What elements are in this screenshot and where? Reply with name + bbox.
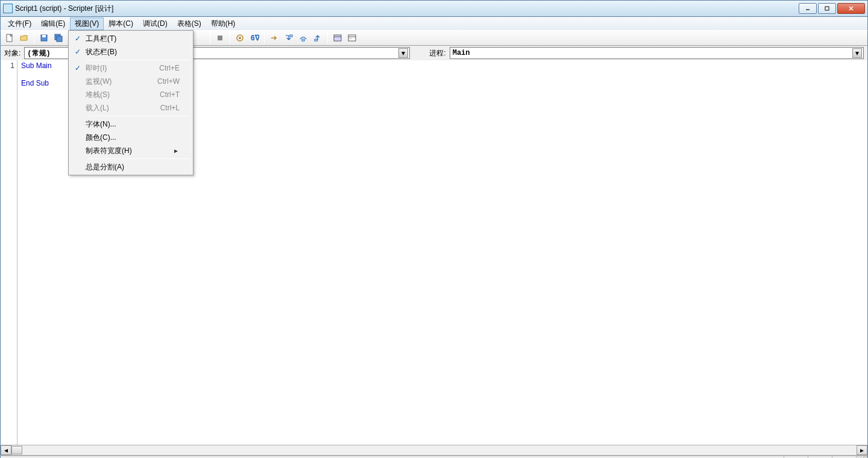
titlebar: Script1 (script) - Scripter [设计] bbox=[0, 0, 868, 17]
menu-item-statusbar[interactable]: ✓ 状态栏(B) bbox=[70, 45, 192, 58]
maximize-button[interactable] bbox=[818, 3, 836, 14]
svg-text:6ᐁ: 6ᐁ bbox=[251, 34, 259, 42]
svg-rect-17 bbox=[315, 39, 317, 41]
menu-debug[interactable]: 调试(D) bbox=[138, 17, 172, 30]
menu-separator bbox=[87, 116, 190, 116]
menu-item-font[interactable]: 字体(N)... bbox=[70, 118, 192, 131]
check-icon: ✓ bbox=[70, 48, 86, 56]
breakpoint-icon[interactable] bbox=[233, 31, 247, 45]
scroll-left-icon[interactable]: ◂ bbox=[1, 445, 11, 455]
menu-separator bbox=[87, 158, 190, 159]
line-gutter: 1 bbox=[1, 60, 17, 445]
chevron-down-icon[interactable]: ▾ bbox=[852, 48, 862, 58]
form-icon[interactable] bbox=[345, 31, 359, 45]
menu-file[interactable]: 文件(F) bbox=[3, 17, 36, 30]
design-icon[interactable] bbox=[331, 31, 344, 45]
step-icon[interactable] bbox=[268, 31, 281, 45]
menu-item-immediate[interactable]: ✓ 即时(I) Ctrl+E bbox=[70, 61, 192, 75]
svg-rect-6 bbox=[42, 35, 46, 37]
scroll-thumb[interactable] bbox=[11, 446, 22, 454]
proc-label: 进程: bbox=[429, 48, 445, 58]
menu-table[interactable]: 表格(S) bbox=[172, 17, 206, 30]
svg-rect-16 bbox=[302, 39, 304, 41]
svg-point-13 bbox=[239, 37, 241, 39]
app-icon bbox=[3, 4, 13, 13]
menu-separator bbox=[87, 60, 190, 60]
close-button[interactable] bbox=[837, 3, 865, 14]
menu-item-toolbar[interactable]: ✓ 工具栏(T) bbox=[70, 32, 192, 45]
statusbar: NUM bbox=[0, 456, 868, 458]
menu-script[interactable]: 脚本(C) bbox=[104, 17, 138, 30]
menu-item-load[interactable]: 载入(L) Ctrl+L bbox=[70, 101, 192, 114]
svg-rect-1 bbox=[825, 7, 829, 10]
open-icon[interactable] bbox=[17, 31, 31, 45]
menu-item-watch[interactable]: 监视(W) Ctrl+W bbox=[70, 75, 192, 88]
proc-combo[interactable]: Main ▾ bbox=[450, 47, 864, 59]
menu-item-color[interactable]: 颜色(C)... bbox=[70, 131, 192, 144]
menu-item-alwayssplit[interactable]: 总是分割(A) bbox=[70, 160, 192, 174]
object-label: 对象: bbox=[4, 48, 20, 58]
watch-icon[interactable]: 6ᐁ bbox=[248, 31, 261, 45]
menubar: 文件(F) 编辑(E) 视图(V) 脚本(C) 调试(D) 表格(S) 帮助(H… bbox=[0, 17, 868, 30]
horizontal-scrollbar[interactable]: ◂ ▸ bbox=[0, 445, 868, 456]
window-title: Script1 (script) - Scripter [设计] bbox=[15, 4, 799, 14]
scroll-right-icon[interactable]: ▸ bbox=[857, 445, 867, 455]
stop-icon[interactable] bbox=[213, 31, 227, 45]
view-menu-dropdown: ✓ 工具栏(T) ✓ 状态栏(B) ✓ 即时(I) Ctrl+E 监视(W) C… bbox=[68, 30, 193, 175]
check-icon: ✓ bbox=[70, 64, 86, 72]
svg-rect-18 bbox=[334, 35, 341, 41]
menu-help[interactable]: 帮助(H) bbox=[206, 17, 241, 30]
step-out-icon[interactable] bbox=[311, 31, 324, 45]
menu-edit[interactable]: 编辑(E) bbox=[36, 17, 70, 30]
svg-rect-22 bbox=[350, 38, 351, 39]
chevron-down-icon[interactable]: ▾ bbox=[398, 48, 408, 58]
new-icon[interactable] bbox=[3, 31, 16, 45]
step-into-icon[interactable] bbox=[282, 31, 295, 45]
svg-rect-15 bbox=[290, 35, 292, 37]
menu-item-stack[interactable]: 堆栈(S) Ctrl+T bbox=[70, 88, 192, 101]
svg-rect-8 bbox=[57, 36, 62, 42]
menu-item-tabwidth[interactable]: 制表符宽度(H) ▸ bbox=[70, 144, 192, 157]
submenu-arrow-icon: ▸ bbox=[172, 146, 180, 155]
menu-view[interactable]: 视图(V) bbox=[70, 17, 104, 30]
check-icon: ✓ bbox=[70, 34, 86, 43]
save-all-icon[interactable] bbox=[52, 31, 65, 45]
save-icon[interactable] bbox=[37, 31, 51, 45]
step-over-icon[interactable] bbox=[297, 31, 310, 45]
svg-rect-11 bbox=[218, 36, 222, 40]
minimize-button[interactable] bbox=[799, 3, 817, 14]
svg-rect-20 bbox=[348, 35, 356, 41]
